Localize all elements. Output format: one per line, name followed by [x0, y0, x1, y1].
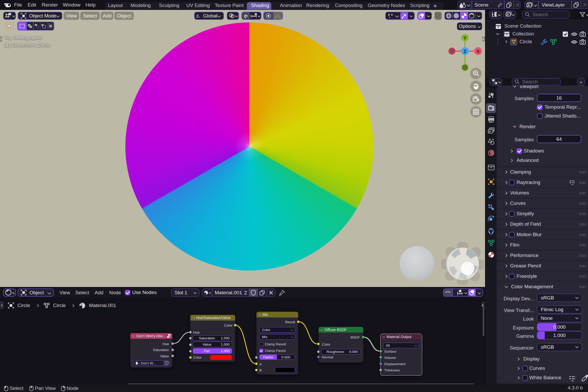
svg-text:X: X	[476, 49, 480, 54]
svg-text:Z: Z	[464, 49, 466, 54]
svg-text:Y: Y	[463, 36, 467, 41]
